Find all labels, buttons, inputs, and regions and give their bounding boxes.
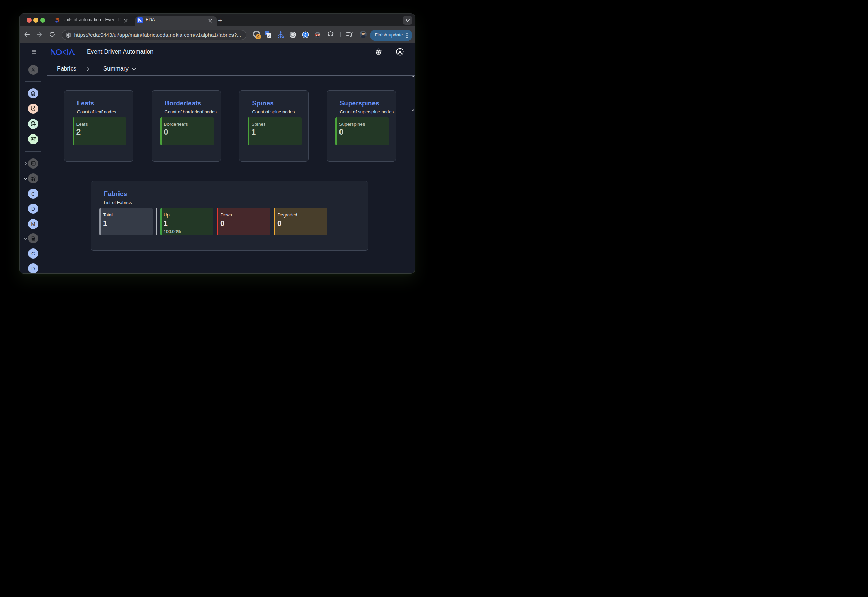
- svg-text:文: 文: [267, 34, 270, 37]
- svg-text:JSON: JSON: [32, 238, 34, 240]
- svg-text:4: 4: [257, 35, 260, 39]
